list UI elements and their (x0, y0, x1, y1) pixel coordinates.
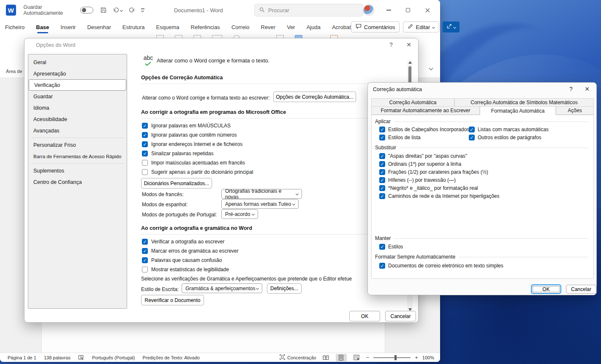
undo-icon[interactable] (113, 7, 122, 13)
tab-esquema[interactable]: Esquema (156, 24, 179, 30)
checkbox[interactable] (142, 132, 148, 138)
redo-icon[interactable] (128, 7, 135, 13)
french-modes-select[interactable]: Ortografias tradicionais e novas (221, 189, 302, 199)
minimize-button[interactable] (380, 3, 397, 17)
checkbox[interactable] (469, 135, 475, 140)
tab-base[interactable]: Base (36, 24, 49, 30)
word-count[interactable]: 138 palavras (44, 355, 71, 360)
checkbox-label: Estilos de Cabeçalhos Incorporados (388, 127, 469, 132)
avatar[interactable] (363, 5, 374, 16)
checkbox-label: *Negrito* e _itálico_ por formatação rea… (388, 185, 478, 191)
ok-button[interactable]: OK (531, 285, 561, 294)
custom-dictionaries-button[interactable]: Dicionários Personalizados... (141, 178, 212, 189)
sidebar-item-personalizar-friso[interactable]: Personalizar Friso (28, 139, 127, 151)
tab-correio[interactable]: Correio (231, 24, 250, 30)
recheck-document-button[interactable]: Reverificar o Documento (141, 295, 204, 305)
tab-ficheiro[interactable]: Ficheiro (5, 24, 24, 30)
ok-button[interactable]: OK (349, 311, 380, 321)
zoom-in-button[interactable]: + (415, 354, 418, 361)
tab-simbolos-matematicos[interactable]: Correção Automática de Símbolos Matemáti… (454, 98, 594, 107)
web-layout-icon[interactable] (351, 354, 362, 361)
dialog-close-button[interactable]: ✕ (583, 86, 591, 92)
dialog-close-button[interactable]: ✕ (405, 41, 413, 48)
checkbox[interactable] (469, 127, 475, 132)
save-icon[interactable] (100, 7, 107, 13)
search-box[interactable]: Procurar (254, 4, 363, 16)
tab-ver[interactable]: Ver (287, 24, 295, 30)
checkbox[interactable] (142, 160, 148, 166)
edit-mode-button[interactable]: Editar (403, 22, 439, 32)
zoom-slider[interactable] (373, 357, 411, 358)
sidebar-item-acessibilidade[interactable]: Acessibilidade (28, 113, 127, 125)
read-mode-icon[interactable] (321, 354, 332, 361)
share-button[interactable] (443, 22, 460, 32)
ribbon-tab-bar: Ficheiro Base Inserir Desenhar Estrutura… (0, 20, 440, 34)
maximize-button[interactable] (400, 3, 416, 17)
language-indicator[interactable]: Português (Portugal) (92, 355, 135, 360)
cancel-button[interactable]: Cancelar (566, 285, 596, 294)
checkbox[interactable] (379, 135, 385, 140)
proofing-error-icon[interactable] (78, 355, 84, 360)
focus-mode[interactable]: Concentração (280, 354, 316, 361)
portuguese-modes-select[interactable]: Pré-acordo (221, 209, 258, 219)
help-button[interactable]: ? (387, 41, 395, 48)
checkbox[interactable] (379, 177, 385, 183)
tab-acrobat[interactable]: Acrobat (332, 24, 351, 30)
tab-formatacao-automatica[interactable]: Formatação Automática (480, 106, 556, 115)
zoom-out-button[interactable]: − (366, 354, 370, 361)
comments-button[interactable]: Comentários (351, 22, 400, 32)
tab-acoes[interactable]: Ações (556, 106, 594, 115)
sidebar-item-apresentacao[interactable]: Apresentação (28, 68, 127, 79)
zoom-slider-thumb[interactable] (394, 355, 397, 360)
checkbox[interactable] (379, 244, 385, 250)
tab-inserir[interactable]: Inserir (60, 24, 76, 30)
checkbox-label: Verificar a ortografia ao escrever (151, 239, 224, 245)
zoom-level[interactable]: 100% (422, 355, 434, 360)
cancel-button[interactable]: Cancelar (385, 311, 416, 321)
autosave-toggle[interactable] (80, 7, 93, 13)
sidebar-item-suplementos[interactable]: Suplementos (28, 165, 127, 176)
tab-estrutura[interactable]: Estrutura (122, 24, 145, 30)
tab-ajuda[interactable]: Ajuda (307, 24, 321, 30)
checkbox[interactable] (142, 151, 148, 156)
writing-style-select[interactable]: Gramática & aperfeiçoamentos (182, 283, 262, 293)
sidebar-item-barra-acesso-rapido[interactable]: Barra de Ferramentas de Acesso Rápido (28, 151, 127, 162)
text-predictions[interactable]: Predições de Texto: Ativado (142, 355, 200, 360)
checkbox[interactable] (142, 257, 148, 263)
spanish-modes-select[interactable]: Apenas formas verbais Tuteo (221, 199, 299, 209)
checkbox[interactable] (379, 169, 385, 175)
help-button[interactable]: ? (567, 86, 575, 92)
search-placeholder: Procurar (268, 7, 289, 13)
checkbox[interactable] (142, 123, 148, 129)
tab-desenhar[interactable]: Desenhar (87, 24, 111, 30)
scroll-up-icon[interactable] (408, 61, 412, 64)
tab-correcao-automatica[interactable]: Correção Automática (371, 98, 454, 107)
checkbox[interactable] (379, 127, 385, 132)
sidebar-item-verificacao[interactable]: Verificação (29, 79, 126, 91)
checkbox[interactable] (379, 263, 385, 269)
qat-overflow-icon[interactable] (141, 8, 144, 11)
definitions-button[interactable]: Definições... (267, 283, 302, 294)
checkbox[interactable] (379, 193, 385, 199)
checkbox[interactable] (379, 161, 385, 167)
checkbox[interactable] (142, 248, 148, 254)
checkbox[interactable] (142, 239, 148, 245)
tab-formatar-ao-escrever[interactable]: Formatar Automaticamente ao Escrever (371, 106, 480, 115)
autocorrect-options-button[interactable]: Opções de Correção Automática... (273, 92, 356, 102)
ribbon-collapse-icon[interactable] (429, 66, 433, 70)
checkbox[interactable] (379, 153, 385, 159)
tab-referencias[interactable]: Referências (191, 24, 220, 30)
sidebar-item-guardar[interactable]: Guardar (28, 91, 127, 102)
page-indicator[interactable]: Página 1 de 1 (8, 355, 36, 360)
sidebar-item-geral[interactable]: Geral (28, 57, 127, 68)
print-layout-icon[interactable] (336, 354, 347, 361)
sidebar-item-avancadas[interactable]: Avançadas (28, 125, 127, 136)
tab-rever[interactable]: Rever (261, 24, 276, 30)
checkbox[interactable] (379, 185, 385, 191)
checkbox[interactable] (142, 267, 148, 272)
sidebar-item-idioma[interactable]: Idioma (28, 102, 127, 113)
checkbox[interactable] (142, 141, 148, 147)
checkbox[interactable] (142, 169, 148, 175)
sidebar-item-centro-confianca[interactable]: Centro de Confiança (28, 176, 127, 188)
close-button[interactable] (419, 3, 436, 17)
